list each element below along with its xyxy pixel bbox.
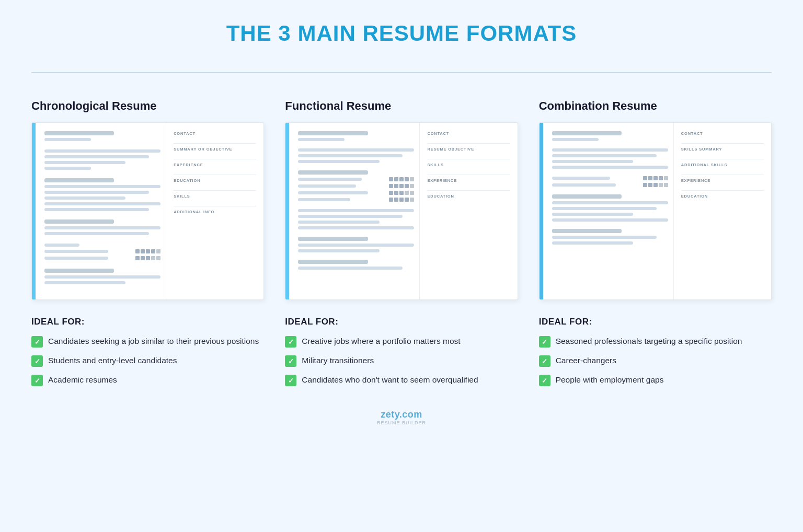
resume-left-combination [540, 123, 674, 299]
section-label: CONTACT [681, 131, 764, 136]
skeleton-line [44, 219, 114, 224]
skeleton-line [552, 213, 633, 216]
ideal-text: Candidates seeking a job similar to thei… [48, 336, 259, 347]
skeleton-line [44, 155, 149, 158]
check-icon [31, 336, 43, 348]
section-label: EDUCATION [681, 190, 764, 199]
skeleton-line [44, 275, 160, 279]
column-title-functional: Functional Resume [285, 99, 518, 113]
skeleton-line [44, 185, 160, 188]
section-label: SUMMARY OR OBJECTIVE [174, 143, 256, 152]
section-label: SKILLS [427, 159, 510, 167]
check-icon [31, 355, 43, 367]
ideal-section-chronological: IDEAL FOR: Candidates seeking a job simi… [31, 317, 264, 394]
skeleton-line [44, 257, 108, 260]
resume-left-chronological [32, 123, 166, 299]
skeleton-line [552, 131, 622, 135]
footer: zety.com RESUME BUILDER [377, 409, 426, 425]
skeleton-line [298, 131, 368, 135]
ideal-item: Candidates seeking a job similar to thei… [31, 336, 264, 348]
column-chronological: Chronological Resume [31, 99, 264, 394]
skeleton-line [298, 170, 368, 175]
ideal-title-combination: IDEAL FOR: [539, 317, 772, 327]
skeleton-line [298, 215, 403, 218]
skeleton-line [298, 267, 403, 270]
skeleton-line [44, 167, 91, 170]
section-label: RESUME OBJECTIVE [427, 143, 510, 152]
skeleton-line [44, 196, 125, 200]
skeleton-line [44, 244, 79, 247]
ideal-text: Academic resumes [48, 374, 117, 386]
skeleton-line [298, 138, 345, 141]
accent-bar-chronological [32, 123, 36, 299]
skeleton-line [552, 201, 668, 204]
skeleton-line [44, 149, 160, 153]
section-label: EDUCATION [174, 175, 256, 183]
skeleton-line [298, 249, 379, 252]
ideal-text: Military transitioners [302, 355, 374, 366]
skeleton-line [552, 183, 616, 187]
ideal-text: People with employment gaps [556, 374, 664, 386]
check-icon [539, 375, 550, 386]
ideal-item: People with employment gaps [539, 374, 772, 386]
section-label: SKILLS [174, 190, 256, 199]
section-label: EXPERIENCE [174, 159, 256, 167]
ideal-text: Candidates who don't want to seem overqu… [302, 374, 478, 386]
check-icon [31, 375, 43, 386]
skeleton-line [552, 154, 657, 157]
skeleton-line [552, 207, 657, 210]
check-icon [285, 336, 296, 348]
ideal-title-chronological: IDEAL FOR: [31, 317, 264, 327]
accent-bar-functional [285, 123, 289, 299]
section-label: EXPERIENCE [427, 175, 510, 183]
column-combination: Combination Resume [539, 99, 772, 394]
skeleton-line [298, 191, 368, 194]
skeleton-line [298, 209, 414, 212]
skeleton-line [298, 260, 368, 264]
ideal-item: Career-changers [539, 355, 772, 367]
section-label: SKILLS SUMMARY [681, 143, 764, 152]
ideal-text: Seasoned professionals targeting a speci… [556, 336, 742, 347]
column-title-chronological: Chronological Resume [31, 99, 264, 113]
skeleton-line [552, 138, 599, 141]
skeleton-line [298, 148, 414, 152]
section-label: EXPERIENCE [681, 175, 764, 183]
section-label: EDUCATION [427, 190, 510, 199]
ideal-item: Students and entry-level candidates [31, 355, 264, 367]
accent-bar-combination [540, 123, 543, 299]
skeleton-line [298, 237, 368, 241]
ideal-section-functional: IDEAL FOR: Creative jobs where a portfol… [285, 317, 518, 394]
skeleton-line [298, 244, 414, 247]
skeleton-line [44, 191, 149, 194]
check-icon [539, 355, 550, 367]
skeleton-line [552, 194, 622, 199]
section-label: ADDITIONAL SKILLS [681, 159, 764, 167]
section-label: CONTACT [174, 131, 256, 136]
skeleton-line [298, 160, 379, 163]
ideal-item: Creative jobs where a portfolio matters … [285, 336, 518, 348]
skeleton-line [552, 160, 633, 163]
page-title: THE 3 MAIN RESUME FORMATS [226, 21, 577, 46]
skeleton-line [44, 208, 149, 211]
skeleton-line [552, 148, 668, 152]
ideal-item: Military transitioners [285, 355, 518, 367]
footer-brand: zety.com [377, 409, 426, 420]
skeleton-line [298, 178, 362, 181]
skeleton-line [44, 161, 125, 164]
skeleton-line [44, 178, 114, 182]
skeleton-line [552, 241, 633, 245]
main-columns: Chronological Resume [31, 99, 772, 394]
ideal-text: Career-changers [556, 355, 616, 366]
skeleton-line [552, 229, 622, 233]
header-divider [31, 72, 772, 73]
skeleton-line [298, 154, 403, 157]
column-functional: Functional Resume [285, 99, 518, 394]
skeleton-line [298, 198, 350, 201]
section-label: CONTACT [427, 131, 510, 136]
ideal-item: Seasoned professionals targeting a speci… [539, 336, 772, 348]
skeleton-line [552, 236, 657, 239]
skeleton-line [552, 166, 668, 169]
resume-preview-functional: CONTACT RESUME OBJECTIVE SKILLS EXPERIEN… [285, 122, 518, 300]
skeleton-line [298, 184, 356, 188]
resume-right-functional: CONTACT RESUME OBJECTIVE SKILLS EXPERIEN… [420, 123, 517, 299]
